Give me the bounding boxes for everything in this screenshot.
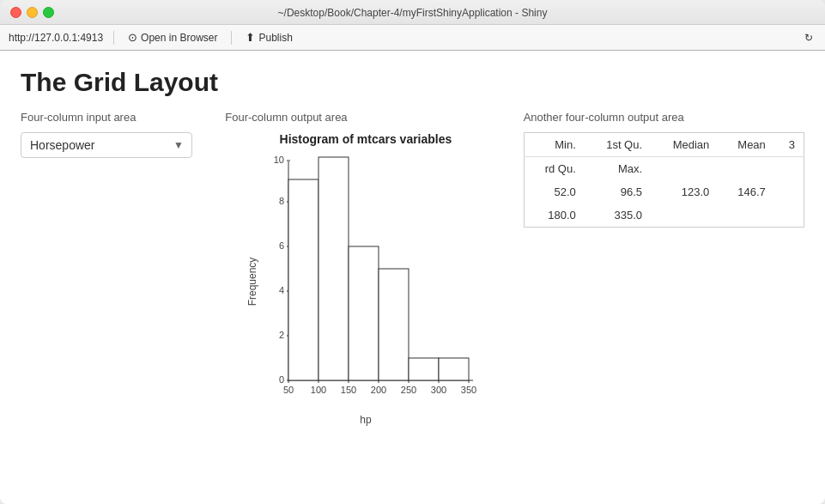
bar-3	[349, 246, 379, 380]
svg-text:100: 100	[311, 385, 326, 395]
stats-cell-rdqu-val: 180.0	[524, 203, 585, 228]
open-browser-button[interactable]: ⊙ Open in Browser	[124, 29, 221, 46]
stats-row-1: Min. 1st Qu. Median Mean 3	[524, 133, 804, 157]
svg-text:250: 250	[401, 385, 416, 395]
publish-button[interactable]: ⬆ Publish	[242, 29, 295, 46]
stats-row-3: 52.0 96.5 123.0 146.7	[524, 180, 804, 203]
stats-cell-max-label: Max.	[585, 157, 651, 181]
publish-icon: ⬆	[246, 31, 255, 44]
bar-5	[409, 358, 439, 380]
bar-4	[379, 269, 409, 380]
svg-text:0: 0	[279, 374, 284, 385]
svg-text:4: 4	[279, 285, 284, 295]
chart-area: Frequency 0 2 4	[254, 153, 477, 410]
variable-select-wrapper: Horsepower Miles per Gallon Displacement…	[21, 132, 192, 158]
stats-cell-q1-val: 96.5	[585, 180, 651, 203]
stats-cell-min-label: Min.	[524, 133, 585, 157]
refresh-icon: ↻	[804, 32, 813, 44]
svg-text:6: 6	[279, 240, 284, 251]
output-area-label: Four-column output area	[225, 111, 506, 124]
stats-cell-max-val: 335.0	[585, 203, 651, 228]
publish-label: Publish	[258, 32, 292, 44]
stats-column: Another four-column output area Min. 1st…	[524, 111, 804, 478]
stats-row-2: rd Qu. Max.	[524, 157, 804, 181]
stats-cell-rdqu-label: rd Qu.	[524, 157, 585, 181]
stats-cell-median-val: 123.0	[651, 180, 718, 203]
grid-layout: Four-column input area Horsepower Miles …	[21, 111, 804, 478]
open-browser-label: Open in Browser	[141, 32, 217, 44]
bar-1	[288, 179, 318, 380]
stats-cell-empty-7	[774, 203, 804, 228]
url-display: http://127.0.0.1:4913	[9, 32, 103, 44]
stats-cell-empty-1	[651, 157, 718, 181]
toolbar-sep-1	[113, 31, 114, 45]
svg-text:150: 150	[341, 385, 356, 395]
toolbar-sep-2	[231, 31, 232, 45]
stats-cell-empty-4	[774, 180, 804, 203]
maximize-button[interactable]	[43, 7, 54, 18]
svg-text:2: 2	[279, 330, 284, 340]
stats-cell-3: 3	[774, 133, 804, 157]
output-area2-label: Another four-column output area	[524, 111, 804, 124]
minimize-button[interactable]	[27, 7, 38, 18]
stats-row-4: 180.0 335.0	[524, 203, 804, 228]
close-button[interactable]	[10, 7, 21, 18]
svg-text:200: 200	[371, 385, 386, 395]
stats-cell-empty-2	[718, 157, 774, 181]
histogram-container: Frequency 0 2 4	[225, 153, 506, 410]
refresh-button[interactable]: ↻	[801, 30, 816, 46]
stats-cell-empty-3	[774, 157, 804, 181]
bar-6	[439, 358, 469, 380]
window-title: ~/Desktop/Book/Chapter-4/myFirstShinyApp…	[278, 7, 548, 19]
stats-cell-median-label: Median	[651, 133, 718, 157]
stats-table: Min. 1st Qu. Median Mean 3 rd Qu. Max.	[524, 132, 804, 228]
stats-cell-empty-5	[651, 203, 718, 228]
variable-select[interactable]: Horsepower Miles per Gallon Displacement…	[21, 132, 192, 158]
page-title: The Grid Layout	[21, 68, 804, 97]
bar-2	[318, 157, 349, 380]
histogram-title: Histogram of mtcars variables	[225, 132, 506, 146]
svg-text:50: 50	[283, 385, 294, 395]
y-axis-label: Frequency	[246, 258, 258, 307]
x-axis-label: hp	[225, 414, 506, 426]
browser-icon: ⊙	[128, 31, 137, 44]
stats-cell-mean-label: Mean	[718, 133, 774, 157]
stats-cell-q1-label: 1st Qu.	[585, 133, 651, 157]
input-area-label: Four-column input area	[21, 111, 208, 124]
stats-cell-min-val: 52.0	[524, 180, 585, 203]
svg-text:10: 10	[274, 155, 284, 165]
svg-text:8: 8	[279, 196, 284, 206]
histogram-svg: 0 2 4 6 8 10	[254, 153, 477, 410]
input-column: Four-column input area Horsepower Miles …	[21, 111, 208, 478]
stats-cell-mean-val: 146.7	[718, 180, 774, 203]
svg-text:350: 350	[461, 385, 476, 395]
stats-cell-empty-6	[718, 203, 774, 228]
output-column: Four-column output area Histogram of mtc…	[225, 111, 506, 478]
svg-text:300: 300	[431, 385, 446, 395]
